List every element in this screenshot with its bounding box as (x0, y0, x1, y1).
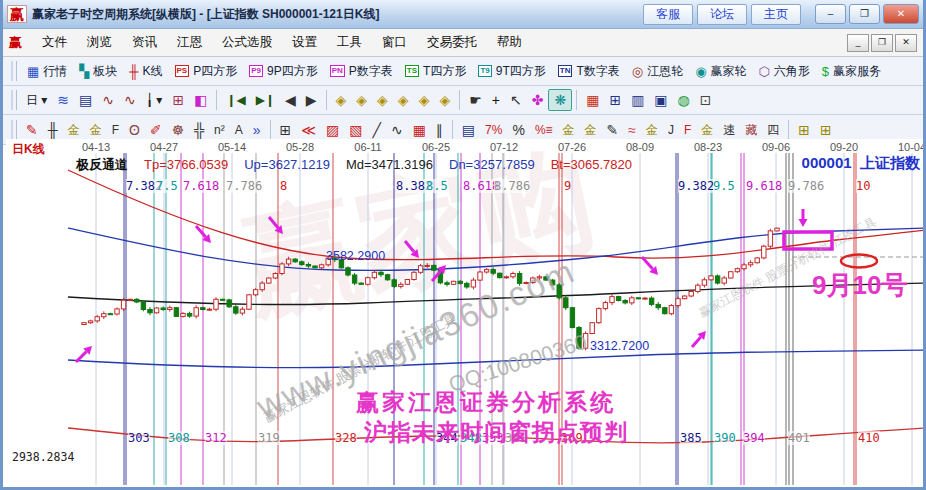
gold-grid-2-icon[interactable]: 金 (85, 120, 107, 140)
time-ruler-icon[interactable]: ╫ (43, 120, 63, 140)
menu-item-2[interactable]: 浏览 (77, 31, 122, 54)
first-page-icon[interactable]: ❙◀ (221, 90, 250, 110)
menu-item-6[interactable]: 设置 (282, 31, 327, 54)
wheel-small-icon[interactable]: ☸ (167, 120, 190, 140)
menu-item-3[interactable]: 资讯 (122, 31, 167, 54)
hand-tool-icon[interactable]: ☛ (464, 90, 487, 110)
wave-tool-icon[interactable]: ≈ (623, 120, 641, 140)
mark-pen-icon[interactable]: ✎ (602, 120, 624, 140)
gold-circle-icon[interactable]: 金 (558, 120, 580, 140)
color-chart-icon[interactable]: ◧ (189, 90, 212, 110)
menu-item-10[interactable]: 帮助 (487, 31, 532, 54)
note-icon[interactable]: ▤ (74, 90, 97, 110)
yellow-grid-2-icon[interactable]: ⊞ (815, 120, 837, 140)
menu-item-4[interactable]: 江恩 (167, 31, 212, 54)
band-tool-icon[interactable]: ✤ (527, 90, 549, 110)
fan-lines-icon[interactable]: ≪ (296, 120, 321, 140)
expand-all-icon[interactable]: ◈ (414, 90, 435, 110)
print-icon[interactable]: ⊡ (695, 90, 717, 110)
wave-icon[interactable]: ≋ (52, 90, 74, 110)
mdi-close-button[interactable]: ✕ (895, 34, 917, 52)
toolbar-button-t-number-table[interactable]: TNT数字表 (552, 61, 626, 82)
red-grid-icon[interactable]: ▦ (408, 120, 431, 140)
percent7-icon[interactable]: 7% (480, 120, 507, 140)
percent-icon[interactable]: % (507, 120, 529, 140)
menu-item-9[interactable]: 交易委托 (417, 31, 487, 54)
close-button[interactable]: ✕ (883, 4, 919, 24)
menu-item-1[interactable]: 文件 (32, 31, 77, 54)
menu-item-8[interactable]: 窗口 (372, 31, 417, 54)
quick-button-3[interactable]: 主页 (751, 4, 801, 25)
calculator-icon[interactable]: ⊞ (604, 90, 626, 110)
restore-button[interactable]: ❐ (849, 4, 880, 24)
angle-a-icon[interactable]: A (230, 120, 248, 140)
gann-box-icon[interactable]: ▨ (321, 120, 344, 140)
gold-grid-1-icon[interactable]: 金 (63, 120, 85, 140)
smart-tool-icon[interactable]: ❋ (548, 89, 572, 111)
toolbar-button-gann-wheel[interactable]: ◎江恩轮 (626, 61, 689, 82)
compress-h-icon[interactable]: ◈ (393, 90, 414, 110)
toolbar-button-t-square[interactable]: TST四方形 (399, 61, 473, 82)
menu-item-5[interactable]: 公式选股 (212, 31, 282, 54)
toolbar-button-p-square[interactable]: PSP四方形 (169, 61, 244, 82)
chart-3-icon[interactable]: ∿ (97, 90, 119, 110)
pen-chart-icon[interactable]: ✐ (145, 120, 167, 140)
notepad-icon[interactable]: ▥ (626, 90, 649, 110)
pattern-icon[interactable]: ⊞ (167, 90, 189, 110)
mdi-restore-button[interactable]: ❐ (871, 34, 893, 52)
four-line-icon[interactable]: 四 (762, 120, 784, 140)
calendar-icon[interactable]: ▦ (581, 90, 604, 110)
expand-h-icon[interactable]: ◈ (372, 90, 393, 110)
zigzag-icon[interactable]: ∿ (386, 120, 408, 140)
levels-icon[interactable]: ▤ (457, 120, 480, 140)
export-icon[interactable]: ◍ (673, 90, 695, 110)
n-square-icon[interactable]: n² (209, 120, 230, 140)
toolbar-button-p-number-table[interactable]: PNP数字表 (324, 61, 399, 82)
toolbar-button-kline[interactable]: ╫K线 (123, 61, 168, 82)
gann-grid-icon[interactable]: ▧ (344, 120, 367, 140)
spiral-icon[interactable]: ʘ (124, 120, 145, 140)
j-angle-icon[interactable]: J (663, 120, 679, 140)
period-day-dropdown[interactable]: 日 ▾ (21, 90, 52, 110)
menu-item-7[interactable]: 工具 (327, 31, 372, 54)
gold-angle2-icon[interactable]: 金 (696, 120, 718, 140)
compress-all-icon[interactable]: ◈ (434, 90, 455, 110)
minimize-button[interactable]: – (815, 4, 846, 24)
pen-tool-icon[interactable]: ✎ (21, 120, 43, 140)
toolbar-button-9t-square[interactable]: T99T四方形 (472, 61, 551, 82)
last-page-icon[interactable]: ▶❙ (251, 90, 280, 110)
speed-line-icon[interactable]: 速 (718, 120, 740, 140)
more-tools-icon[interactable]: » (248, 120, 266, 140)
zoom-right-icon[interactable]: ◈ (351, 90, 372, 110)
t-square-icon: TS (405, 65, 419, 77)
prev-icon[interactable]: ◀ (280, 90, 301, 110)
toolbar-button-sectors[interactable]: ▚板块 (73, 61, 123, 82)
chart-9-icon[interactable]: ∿ (119, 90, 141, 110)
yellow-grid-1-icon[interactable]: ⊞ (793, 120, 815, 140)
hidden-line-icon[interactable]: 藏 (740, 120, 762, 140)
grid-lines-icon[interactable]: ╬ (189, 120, 209, 140)
candle-style-dropdown[interactable]: ╽ ▾ (141, 90, 168, 110)
toolbar-button-winner-wheel[interactable]: ◉赢家轮 (689, 61, 752, 82)
toolbar-button-hexagon[interactable]: ⬡六角形 (752, 61, 815, 82)
crosshair-icon[interactable]: + (487, 90, 505, 110)
mdi-minimize-button[interactable]: _ (847, 34, 869, 52)
next-icon[interactable]: ▶ (301, 90, 322, 110)
parallel-lines-icon[interactable]: ∥ (431, 120, 448, 140)
f-angle-icon[interactable]: F (679, 120, 696, 140)
box-grid-icon[interactable]: ⊞ (275, 120, 297, 140)
f-grid-icon[interactable]: F (107, 120, 124, 140)
toolbar-button-winner-service[interactable]: $赢家服务 (816, 61, 887, 82)
zoom-left-icon[interactable]: ◈ (331, 90, 352, 110)
quick-button-2[interactable]: 论坛 (697, 4, 747, 25)
trend-line-icon[interactable]: ╱ (367, 120, 385, 140)
quick-button-1[interactable]: 客服 (643, 4, 693, 25)
save-icon[interactable]: ▣ (649, 90, 672, 110)
toolbar-button-9p-square[interactable]: P99P四方形 (243, 61, 323, 82)
toolbar-button-quotes[interactable]: ▦行情 (21, 61, 73, 82)
percent-lines-icon[interactable]: %≡ (530, 120, 558, 140)
chart-pane[interactable]: 赢家购 www.yingjia360.com QQ:100800360 赢家江恩… (6, 139, 926, 487)
gold-line-icon[interactable]: 金 (580, 120, 602, 140)
gold-angle-icon[interactable]: 金 (641, 120, 663, 140)
pointer-tool-icon[interactable]: ↖ (505, 90, 527, 110)
